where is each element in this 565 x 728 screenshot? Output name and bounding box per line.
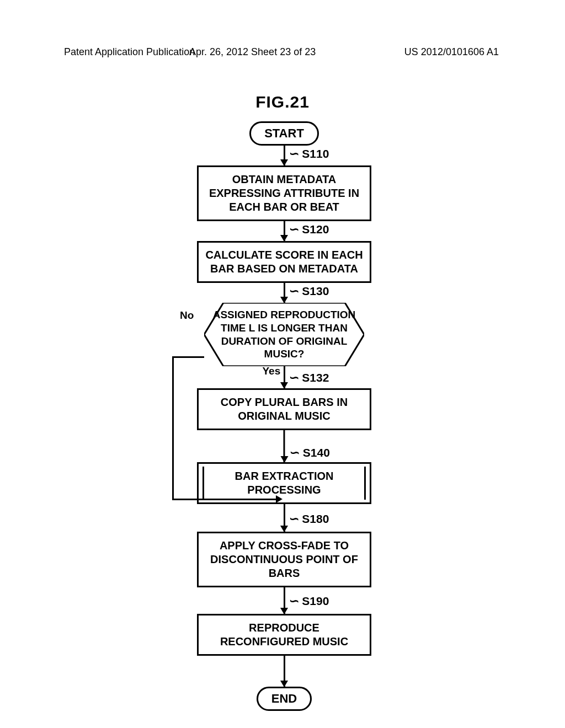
no-branch-arrowhead [276, 495, 282, 503]
label-s132: ∽ S132 [289, 371, 329, 385]
label-s130: ∽ S130 [289, 284, 329, 298]
process-s110: OBTAIN METADATA EXPRESSING ATTRIBUTE IN … [197, 165, 371, 221]
decision-s130-wrap: ASSIGNED REPRODUCTION TIME L IS LONGER T… [204, 303, 364, 366]
subprocess-s140: BAR EXTRACTION PROCESSING [197, 462, 371, 504]
arrow [284, 656, 285, 687]
arrow [284, 283, 285, 303]
label-no: No [180, 309, 194, 322]
terminator-end: END [257, 687, 312, 711]
header-date-sheet: Apr. 26, 2012 Sheet 23 of 23 [189, 46, 316, 58]
label-s180: ∽ S180 [289, 512, 329, 526]
label-s140: ∽ S140 [290, 446, 330, 460]
arrow [284, 146, 285, 165]
patent-page: Patent Application Publication Apr. 26, … [0, 0, 565, 728]
label-s120: ∽ S120 [289, 222, 329, 237]
flowchart: START ∽ S110 OBTAIN METADATA EXPRESSING … [182, 121, 386, 711]
process-s190: REPRODUCE RECONFIGURED MUSIC [197, 614, 371, 656]
header-publication: Patent Application Publication [64, 46, 195, 58]
no-branch-h2 [172, 499, 277, 500]
process-s132: COPY PLURAL BARS IN ORIGINAL MUSIC [197, 388, 371, 430]
no-branch-v [172, 356, 174, 500]
label-s190: ∽ S190 [289, 594, 329, 608]
decision-text: ASSIGNED REPRODUCTION TIME L IS LONGER T… [213, 309, 356, 360]
arrow [284, 221, 285, 241]
arrow [284, 504, 285, 532]
terminator-start: START [249, 121, 319, 146]
header-patent-num: US 2012/0101606 A1 [404, 46, 499, 58]
decision-s130: ASSIGNED REPRODUCTION TIME L IS LONGER T… [204, 303, 364, 366]
process-s180: APPLY CROSS-FADE TO DISCONTINUOUS POINT … [197, 532, 371, 587]
label-s110: ∽ S110 [289, 147, 329, 161]
arrow [284, 587, 285, 614]
label-yes: Yes [263, 365, 281, 377]
no-branch-h1 [172, 356, 204, 358]
arrow [284, 447, 285, 462]
arrow [284, 366, 285, 388]
figure-title: FIG.21 [255, 93, 310, 111]
process-s120: CALCULATE SCORE IN EACH BAR BASED ON MET… [197, 241, 371, 283]
